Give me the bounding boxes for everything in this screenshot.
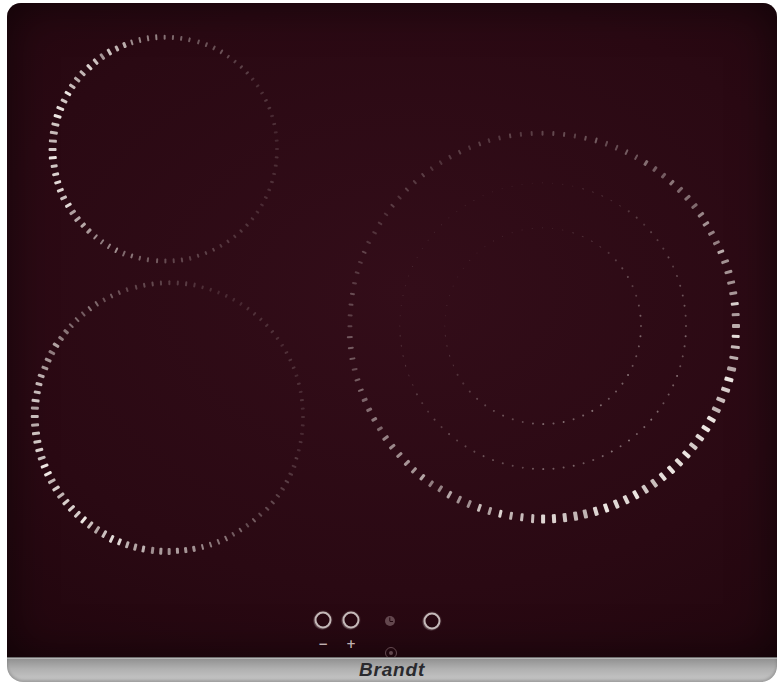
control-panel: −+	[7, 3, 777, 658]
timer-icon[interactable]	[385, 616, 395, 626]
brand-logo: Brandt	[7, 658, 777, 682]
front-trim-strip: Brandt	[7, 657, 777, 682]
minus-key[interactable]: −	[318, 638, 328, 650]
cooktop: −+ Brandt	[7, 3, 777, 682]
glass-surface: −+	[7, 3, 777, 658]
plus-key[interactable]: +	[346, 638, 356, 650]
zone-select-right-key[interactable]	[424, 613, 441, 630]
zone-select-rear-left-key[interactable]	[315, 612, 332, 629]
zone-select-front-left-key[interactable]	[343, 612, 360, 629]
